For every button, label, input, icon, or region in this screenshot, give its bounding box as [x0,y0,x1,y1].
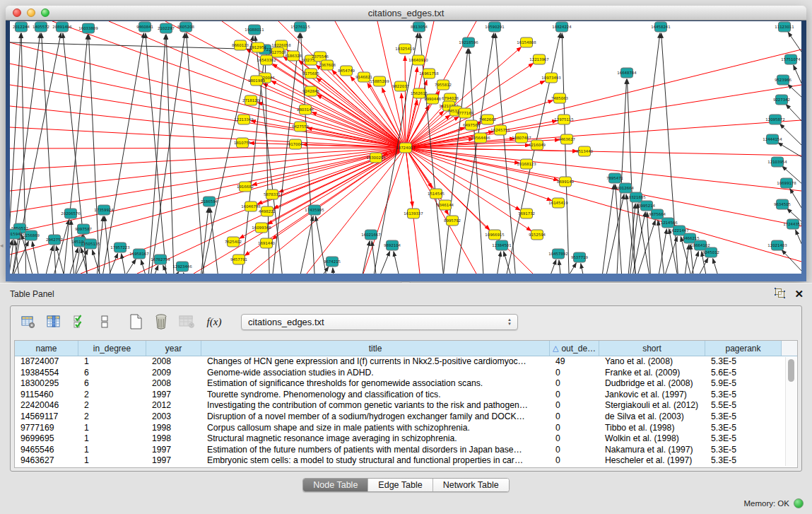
network-node[interactable]: 8660123 [232,40,249,50]
network-node[interactable]: 1916682 [237,182,254,192]
table-cell[interactable]: 1998 [146,423,201,434]
network-node[interactable]: 8813054 [411,22,428,32]
table-cell[interactable]: 2008 [146,378,201,390]
table-selector-dropdown[interactable]: citations_edges.txt ▲▼ [241,314,518,330]
network-node[interactable]: 7625402 [225,237,242,247]
table-cell[interactable]: Corpus callosum shape and size in male p… [201,423,550,434]
network-node[interactable]: 15885209 [370,76,389,86]
table-cell[interactable]: 2008 [146,356,201,368]
network-node[interactable]: 7462662 [479,115,496,124]
table-cell[interactable]: 9115460 [15,390,78,401]
table-cell[interactable]: 0 [550,411,599,423]
network-node[interactable]: 2367608 [319,60,336,70]
network-node[interactable]: 19218596 [459,37,478,47]
network-node[interactable]: 2186594 [201,197,218,206]
rows-icon[interactable] [94,311,115,332]
table-cell[interactable]: 6 [78,378,146,390]
network-node[interactable]: 9346144 [437,200,454,210]
table-cell[interactable]: Structural magnetic resonance image aver… [201,433,550,445]
table-cell[interactable]: 1 [78,423,146,434]
network-node[interactable]: 10699178 [777,178,796,188]
table-cell[interactable]: de Silva et al. (2003) [599,411,705,423]
table-cell[interactable]: 9699695 [15,433,78,445]
network-node[interactable]: 8605208 [177,22,195,32]
network-node[interactable]: 15276115 [290,22,310,32]
table-cell[interactable]: Estimation of significance thresholds fo… [201,378,550,390]
table-row[interactable]: 1830029562008Estimation of significance … [15,378,797,390]
network-node[interactable]: 2102297 [158,23,175,33]
table-cell[interactable]: 5.3E-5 [705,445,782,456]
network-node[interactable]: 18640910 [408,55,428,65]
table-cell[interactable]: Disruption of a novel member of a sodium… [201,411,550,423]
network-node[interactable]: 8995792 [444,216,461,226]
table-cell[interactable]: 18724007 [15,356,78,368]
network-node[interactable]: 12021403 [767,240,787,250]
network-node[interactable]: 7485063 [551,93,568,103]
network-node[interactable]: 12095872 [765,115,784,124]
network-node[interactable]: 8186328 [285,51,302,61]
new-table-icon[interactable] [125,311,146,332]
network-node[interactable]: 2942757 [46,235,63,245]
table-cell[interactable]: 1 [78,433,146,445]
table-cell[interactable]: 5.5E-5 [705,400,782,411]
network-node[interactable]: 11123011 [775,22,794,32]
table-cell[interactable]: Embryonic stem cells: a model to study s… [201,455,550,467]
network-node[interactable]: 917004 [288,139,303,149]
network-node[interactable]: 9227342 [773,95,790,105]
table-cell[interactable]: Investigating the contribution of common… [201,400,550,411]
table-cell[interactable]: Wolkin et al. (1998) [599,433,705,445]
table-cell[interactable]: 22420046 [15,400,78,411]
network-node[interactable]: 8454749 [338,66,355,76]
network-node[interactable]: 6216049 [529,140,546,150]
network-node[interactable]: 20206576 [61,209,81,218]
network-node[interactable]: 12384501 [492,240,511,250]
network-node[interactable]: 16458241 [651,22,670,32]
table-cell[interactable]: 14569117 [15,411,78,423]
table-cell[interactable]: Yano et al. (2008) [599,356,705,368]
table-cell[interactable]: 5.3E-5 [705,356,782,368]
table-cell[interactable]: 9463627 [15,455,78,467]
network-node[interactable]: 5878331 [264,189,281,199]
memory-status-indicator[interactable] [794,498,804,508]
table-cell[interactable]: 9465546 [15,445,78,456]
network-node[interactable]: 9674215 [324,257,341,267]
network-node[interactable]: 1691440 [258,238,276,248]
network-canvas[interactable]: 2012244140557220891406160338099460841210… [10,21,801,274]
network-node[interactable]: 9242848 [302,86,320,96]
network-node[interactable]: 17957223 [110,243,129,252]
window-titlebar[interactable]: citations_edges.txt [6,6,806,21]
column-header-year[interactable]: year [146,341,201,356]
column-header-in_degree[interactable]: in_degree [78,341,146,356]
network-node[interactable]: 12444154 [763,134,782,144]
table-cell[interactable]: 49 [550,356,599,368]
table-cell[interactable]: Dudbridge et al. (2008) [599,378,705,390]
row-selection-icon[interactable] [69,311,90,332]
network-node[interactable]: 1405572 [33,22,49,32]
network-node[interactable]: 10457892 [548,249,567,259]
network-node[interactable]: 9801989 [248,76,266,86]
network-node[interactable]: 9892104 [384,240,401,250]
column-header-title[interactable]: title [201,341,550,356]
table-cell[interactable]: 0 [550,455,599,467]
delete-table-icon[interactable] [151,311,172,332]
network-node[interactable]: 16154808 [517,37,536,47]
network-node[interactable]: 10966915 [485,230,504,240]
table-cell[interactable]: Franke et al. (2009) [599,368,705,379]
network-node[interactable]: 17359924 [94,205,114,215]
column-visibility-icon[interactable] [43,311,64,332]
table-cell[interactable]: 2 [78,390,146,401]
column-header-pagerank[interactable]: pagerank [705,341,782,356]
table-cell[interactable]: 0 [550,445,599,456]
network-node[interactable]: 4498222 [259,206,276,216]
table-cell[interactable]: Changes of HCN gene expression and I(f) … [201,356,550,368]
network-node[interactable]: 12213967 [529,54,548,64]
table-cell[interactable]: 0 [550,423,599,434]
table-cell[interactable]: Hescheler et al. (1997) [599,455,705,467]
network-node[interactable]: 2012244 [13,22,30,32]
tab-network-table[interactable]: Network Table [433,479,509,491]
network-node[interactable]: 19088011 [245,25,264,35]
network-node[interactable]: 9245012 [702,247,719,257]
table-cell[interactable]: 0 [550,378,599,390]
network-view[interactable]: 2012244140557220891406160338099460841210… [10,21,801,274]
network-node[interactable]: 9777169 [457,108,474,118]
